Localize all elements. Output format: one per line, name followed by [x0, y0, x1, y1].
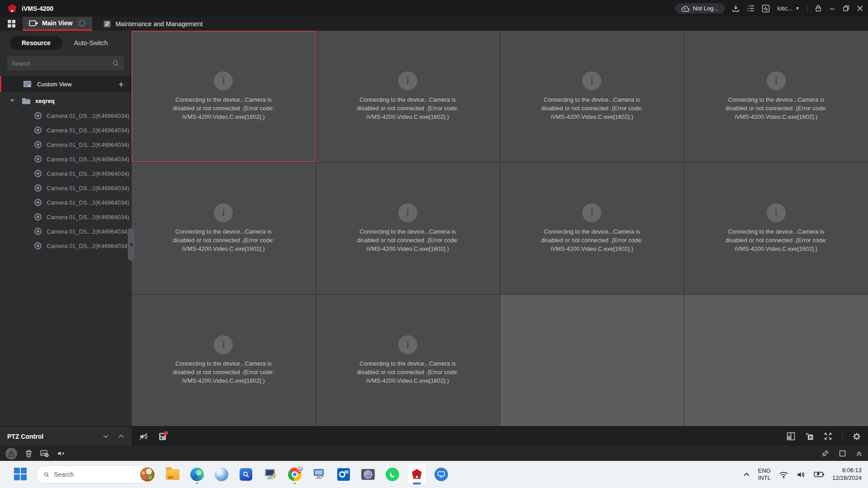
stop-all-button[interactable] [805, 432, 814, 441]
mute-all-button[interactable] [139, 432, 148, 441]
taskbar-whatsapp[interactable] [383, 464, 401, 485]
gear-icon[interactable] [853, 432, 861, 441]
window-division-button[interactable] [787, 432, 795, 441]
app-logo-icon [7, 4, 17, 14]
task-list-button[interactable] [747, 5, 755, 12]
camera-item[interactable]: Camera 01_DS...2(K46964034) [0, 152, 131, 166]
double-chevron-up-icon[interactable] [856, 450, 863, 457]
info-icon: i [582, 71, 601, 90]
taskbar-file-explorer[interactable] [164, 464, 182, 485]
modules-grid-button[interactable] [0, 17, 23, 31]
login-status-button[interactable]: Not Log... [675, 3, 725, 14]
taskbar-outlook[interactable] [335, 464, 353, 485]
fullscreen-button[interactable] [824, 432, 832, 441]
camera-item[interactable]: Camera 01_DS...2(K46964034) [0, 166, 131, 181]
battery-icon[interactable] [814, 471, 824, 478]
bottom-toolbar: PTZ Control [0, 426, 868, 446]
video-tile[interactable]: i Connecting to the device...Camera is d… [684, 295, 868, 426]
chevron-down-icon: ▼ [795, 6, 800, 11]
search-icon [44, 471, 49, 479]
camera-lens-icon [34, 141, 42, 148]
alarm-audio-mute-button[interactable] [57, 450, 65, 457]
tile-status: i Connecting to the device...Camera is d… [536, 71, 648, 122]
tab-resource[interactable]: Resource [10, 36, 62, 50]
module-tab-bar: Main View ✕ Maintenance and Management [0, 17, 868, 31]
camera-item[interactable]: Camera 01_DS...2(K46964034) [0, 239, 131, 253]
taskbar-search[interactable] [36, 465, 157, 483]
video-tile[interactable]: i Connecting to the device...Camera is d… [684, 163, 868, 294]
close-button[interactable] [857, 5, 863, 12]
tree-group-item[interactable]: xeqreq [0, 93, 131, 108]
taskbar-edge[interactable] [188, 464, 206, 485]
taskbar-blue-orb-app[interactable] [212, 464, 231, 485]
cloud-icon [681, 5, 689, 12]
video-tile[interactable]: i Connecting to the device...Camera is d… [316, 295, 500, 426]
camera-label: Camera 01_DS...2(K46964034) [47, 127, 129, 134]
tab-close-icon[interactable]: ✕ [78, 19, 86, 27]
system-monitor-button[interactable] [762, 5, 770, 13]
start-button[interactable] [12, 464, 30, 485]
volume-icon[interactable] [797, 471, 806, 479]
video-tile[interactable]: i Connecting to the device...Camera is d… [316, 31, 500, 162]
toolbar-separator [842, 433, 843, 440]
alarm-center-button[interactable] [5, 448, 17, 460]
video-tile[interactable]: i Connecting to the device...Camera is d… [500, 163, 684, 294]
connection-error-message: Connecting to the device...Camera is dis… [720, 96, 832, 122]
restore-button[interactable] [843, 5, 849, 12]
camera-item[interactable]: Camera 01_DS...2(K46964034) [0, 224, 131, 239]
taskbar-search-input[interactable] [54, 471, 136, 478]
tree-group-label: xeqreq [35, 98, 55, 104]
video-tile[interactable]: i Connecting to the device...Camera is d… [132, 163, 316, 294]
camera-item[interactable]: Camera 01_DS...2(K46964034) [0, 108, 131, 123]
taskbar-display-app[interactable] [432, 464, 450, 485]
download-center-button[interactable] [732, 5, 740, 12]
taskbar-ivms-4200[interactable] [408, 464, 426, 485]
clear-alarm-button[interactable] [25, 450, 32, 457]
info-icon: i [398, 335, 417, 354]
alarm-image-toggle-button[interactable] [40, 450, 49, 457]
camera-item[interactable]: Camera 01_DS...2(K46964034) [0, 195, 131, 210]
float-window-icon[interactable] [839, 450, 846, 457]
video-tile[interactable]: i Connecting to the device...Camera is d… [500, 31, 684, 162]
camera-lens-icon [34, 127, 42, 134]
ptz-control-panel-header[interactable]: PTZ Control [0, 427, 132, 446]
pin-icon[interactable] [821, 450, 829, 457]
camera-label: Camera 01_DS...2(K46964034) [47, 185, 129, 192]
camera-item[interactable]: Camera 01_DS...2(K46964034) [0, 137, 131, 152]
add-view-button[interactable]: + [118, 80, 124, 89]
video-tile[interactable]: i Connecting to the device...Camera is d… [684, 31, 868, 162]
camera-label: Camera 01_DS...2(K46964034) [47, 170, 129, 177]
system-tray: ENG INTL 8:06:13 12/28/2024 [743, 467, 862, 482]
custom-view-item[interactable]: Custom View + [0, 76, 131, 92]
video-tile[interactable]: i Connecting to the device...Camera is d… [500, 295, 684, 426]
tile-status: i Connecting to the device...Camera is d… [352, 335, 464, 385]
video-tile[interactable]: i Connecting to the device...Camera is d… [316, 163, 500, 294]
tab-main-view[interactable]: Main View ✕ [23, 17, 92, 31]
tab-maintenance[interactable]: Maintenance and Management [97, 17, 209, 31]
camera-item[interactable]: Camera 01_DS...2(K46964034) [0, 181, 131, 195]
sidebar-collapse-handle[interactable] [128, 228, 134, 261]
lock-screen-button[interactable] [815, 5, 822, 12]
camera-item[interactable]: Camera 01_DS...2(K46964034) [0, 210, 131, 224]
taskbar-clock[interactable]: 8:06:13 12/28/2024 [832, 467, 862, 482]
language-line2: INTL [758, 474, 771, 482]
wifi-icon[interactable] [779, 471, 788, 479]
video-tile[interactable]: i Connecting to the device...Camera is d… [132, 31, 316, 162]
search-input[interactable] [12, 60, 112, 67]
chevron-down-icon[interactable] [103, 434, 109, 438]
camera-item[interactable]: Camera 01_DS...2(K46964034) [0, 123, 131, 137]
tab-auto-switch[interactable]: Auto-Switch [74, 39, 108, 47]
taskbar-remote-session-app[interactable] [310, 464, 328, 485]
tray-chevron-up-icon[interactable] [743, 472, 750, 477]
taskbar-search-app[interactable] [237, 464, 255, 485]
connection-error-message: Connecting to the device...Camera is dis… [536, 96, 648, 122]
video-tile[interactable]: i Connecting to the device...Camera is d… [132, 295, 316, 426]
taskbar-chrome[interactable] [286, 464, 304, 485]
language-indicator[interactable]: ENG INTL [758, 467, 771, 482]
minimize-button[interactable] [829, 5, 835, 12]
account-menu[interactable]: lotic... ▼ [777, 5, 800, 12]
caret-down-icon[interactable] [10, 99, 14, 102]
taskbar-remote-desktop[interactable] [261, 464, 279, 485]
taskbar-camera-app[interactable] [359, 464, 377, 485]
chevron-up-icon[interactable] [118, 434, 124, 438]
